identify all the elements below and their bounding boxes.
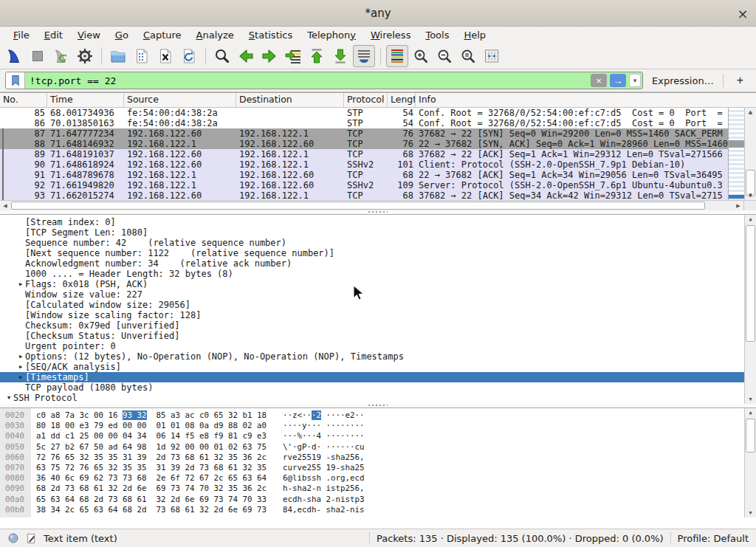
expand-down-icon[interactable]: ▼ (4, 393, 13, 403)
hex-row[interactable]: 00b038 34 2c 65 63 64 68 2d 73 68 61 32 … (0, 505, 756, 515)
expand-right-icon[interactable]: ▶ (16, 279, 25, 289)
hscroll-thumb[interactable] (11, 202, 705, 210)
zoom-reset-button[interactable] (457, 45, 479, 67)
column-header-length[interactable]: Length (388, 93, 416, 107)
zoom-in-button[interactable] (410, 45, 432, 67)
detail-line[interactable]: Checksum: 0x79ed [unverified] (0, 320, 756, 331)
menu-wireless[interactable]: Wireless (363, 28, 418, 42)
expression-button[interactable]: Expression… (649, 75, 717, 86)
hex-row[interactable]: 007063 75 72 76 65 32 35 35 31 39 2d 73 … (0, 463, 756, 473)
colorize-button[interactable] (386, 45, 408, 67)
save-file-button[interactable] (131, 45, 153, 67)
menu-capture[interactable]: Capture (136, 28, 189, 42)
menu-edit[interactable]: Edit (37, 28, 70, 42)
display-filter-input[interactable] (25, 72, 589, 89)
expand-right-icon[interactable]: ▶ (16, 362, 25, 372)
auto-scroll-button[interactable] (353, 45, 375, 67)
detail-line[interactable]: Acknowledgment number: 34 (relative ack … (0, 258, 756, 269)
expand-right-icon[interactable]: ▶ (16, 372, 25, 382)
scroll-down-arrow[interactable]: ▼ (745, 191, 756, 200)
scroll-up-arrow[interactable]: ▲ (745, 215, 756, 224)
capture-options-button[interactable] (74, 45, 96, 67)
close-file-button[interactable] (154, 45, 176, 67)
packet-list-hscrollbar[interactable]: ◀ ▶ (0, 200, 756, 210)
packet-row-88[interactable]: 8871.648146932192.168.122.1192.168.122.6… (0, 139, 756, 149)
packet-row-87[interactable]: 8771.647777234192.168.122.60192.168.122.… (0, 128, 756, 139)
detail-line[interactable]: [TCP Segment Len: 1080] (0, 227, 756, 238)
filter-apply-button[interactable]: → (610, 74, 626, 87)
column-header-protocol[interactable]: Protocol (344, 93, 388, 107)
packet-list-vscrollbar[interactable]: ▲ ▼ (744, 108, 756, 200)
detail-line[interactable]: Sequence number: 42 (relative sequence n… (0, 238, 756, 248)
detail-line[interactable]: ▼SSH Protocol (0, 393, 756, 403)
scroll-up-arrow[interactable]: ▲ (745, 108, 756, 117)
menu-help[interactable]: Help (456, 28, 493, 42)
go-to-packet-button[interactable] (282, 45, 304, 67)
detail-line[interactable]: [Stream index: 0] (0, 217, 756, 227)
column-header-source[interactable]: Source (124, 93, 236, 107)
hex-row[interactable]: 00a065 63 64 68 2d 73 68 61 32 2d 6e 69 … (0, 495, 756, 505)
column-header-info[interactable]: Info (416, 93, 756, 107)
hex-vscrollbar[interactable]: ▲ ▼ (744, 408, 756, 517)
resize-columns-button[interactable] (481, 45, 503, 67)
hex-row[interactable]: 0040a1 dd c1 25 00 00 04 34 06 14 f5 e8 … (0, 431, 756, 441)
hex-row[interactable]: 0020c0 a8 7a 3c 00 16 93 32 85 a3 ac c0 … (0, 410, 756, 421)
restart-capture-button[interactable] (50, 45, 72, 67)
open-file-button[interactable] (107, 45, 129, 67)
go-first-button[interactable] (306, 45, 328, 67)
packet-row-93[interactable]: 9371.662015274192.168.122.60192.168.122.… (0, 190, 756, 201)
go-last-button[interactable] (329, 45, 351, 67)
expert-info-icon[interactable] (7, 532, 19, 544)
go-forward-button[interactable] (258, 45, 281, 67)
capture-comment-icon[interactable] (26, 533, 37, 544)
packet-row-91[interactable]: 9171.648789678192.168.122.1192.168.122.6… (0, 170, 756, 180)
add-filter-button[interactable]: + (729, 74, 751, 87)
hex-row[interactable]: 008036 40 6c 69 62 73 73 68 2e 6f 72 67 … (0, 473, 756, 484)
column-header-time[interactable]: Time (47, 93, 124, 107)
packet-row-86[interactable]: 8670.013850163fe:54:00:d4:38:2aSTP54Conf… (0, 118, 756, 128)
filter-clear-button[interactable]: × (591, 74, 607, 87)
scroll-down-arrow[interactable]: ▼ (745, 509, 756, 517)
detail-line[interactable]: [Checksum Status: Unverified] (0, 331, 756, 341)
scroll-thumb[interactable] (746, 419, 755, 453)
detail-line[interactable]: ▶[SEQ/ACK analysis] (0, 362, 756, 372)
scroll-down-arrow[interactable]: ▼ (745, 395, 756, 404)
detail-vscrollbar[interactable]: ▲ ▼ (744, 215, 756, 404)
hex-row[interactable]: 006072 76 65 32 35 35 31 39 2d 73 68 61 … (0, 453, 756, 463)
expand-right-icon[interactable]: ▶ (16, 351, 25, 362)
detail-line[interactable]: Urgent pointer: 0 (0, 341, 756, 351)
menu-telephony[interactable]: Telephony (300, 28, 363, 42)
column-header-no[interactable]: No. (0, 93, 47, 107)
close-window-button[interactable]: × (735, 5, 751, 21)
detail-line[interactable]: ▶[Timestamps] (0, 372, 756, 382)
stop-capture-button[interactable] (27, 45, 49, 67)
menu-statistics[interactable]: Statistics (241, 28, 300, 42)
detail-line[interactable]: [Calculated window size: 29056] (0, 300, 756, 310)
filter-dropdown-button[interactable]: ▾ (629, 74, 641, 87)
scroll-right-arrow[interactable]: ▶ (733, 201, 743, 210)
intelligent-scrollbar-minimap[interactable] (728, 108, 744, 200)
hex-row[interactable]: 003080 18 00 e3 79 ed 00 00 01 01 08 0a … (0, 421, 756, 431)
detail-line[interactable]: 1000 .... = Header Length: 32 bytes (8) (0, 269, 756, 279)
detail-line[interactable]: [Window size scaling factor: 128] (0, 310, 756, 320)
packet-row-89[interactable]: 8971.648191037192.168.122.60192.168.122.… (0, 149, 756, 159)
find-packet-button[interactable] (211, 45, 233, 67)
detail-line[interactable]: Window size value: 227 (0, 289, 756, 300)
detail-line[interactable]: TCP payload (1080 bytes) (0, 382, 756, 393)
hex-row[interactable]: 00505c 27 b2 67 50 ad 64 98 1d 92 00 00 … (0, 442, 756, 453)
column-header-destination[interactable]: Destination (236, 93, 344, 107)
filter-bookmark-button[interactable] (6, 72, 25, 89)
reload-file-button[interactable] (178, 45, 200, 67)
detail-line[interactable]: ▶Flags: 0x018 (PSH, ACK) (0, 279, 756, 289)
packet-row-90[interactable]: 9071.648618924192.168.122.60192.168.122.… (0, 159, 756, 170)
menu-tools[interactable]: Tools (418, 28, 456, 42)
menu-analyze[interactable]: Analyze (189, 28, 241, 42)
scroll-left-arrow[interactable]: ◀ (0, 201, 10, 210)
scroll-thumb[interactable] (746, 225, 755, 342)
profile-status[interactable]: Profile: Default (678, 533, 749, 544)
scroll-up-arrow[interactable]: ▲ (745, 408, 756, 417)
zoom-out-button[interactable] (433, 45, 456, 67)
detail-line[interactable]: ▶Options: (12 bytes), No-Operation (NOP)… (0, 351, 756, 362)
packet-row-85[interactable]: 8568.001734936fe:54:00:d4:38:2aSTP54Conf… (0, 108, 756, 118)
hex-row[interactable]: 009068 2d 73 68 61 32 2d 6e 69 73 74 70 … (0, 484, 756, 494)
